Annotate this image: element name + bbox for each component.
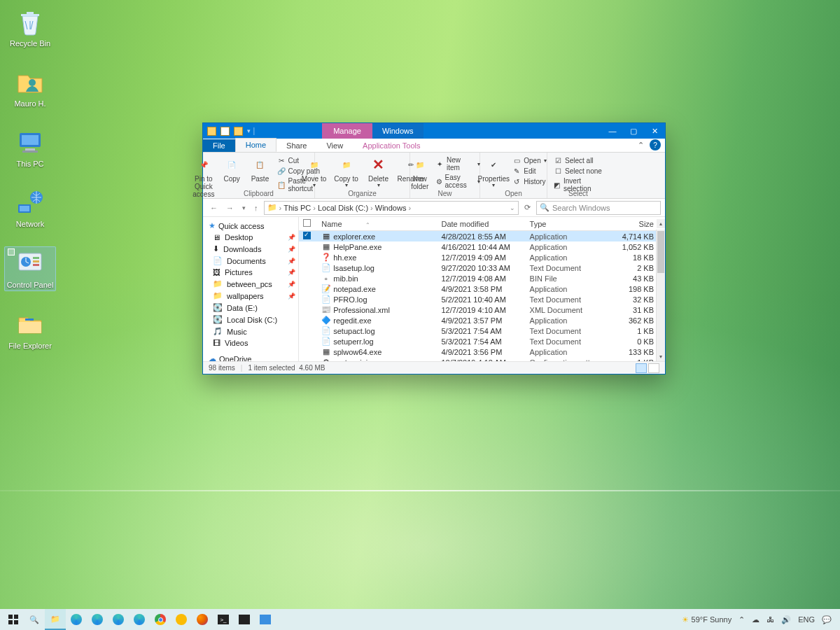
desktop-icon-this-pc[interactable]: This PC — [4, 127, 56, 168]
close-button[interactable]: ✕ — [644, 123, 665, 139]
weather-widget[interactable]: ☀ 59°F Sunny — [682, 615, 732, 624]
taskbar-cmd[interactable] — [234, 609, 255, 630]
edit-button[interactable]: ✎Edit — [510, 166, 548, 176]
vertical-scrollbar[interactable]: ▴ ▾ — [656, 230, 665, 361]
large-icons-view-button[interactable] — [648, 363, 659, 373]
select-none-button[interactable]: ☐Select none — [552, 166, 605, 176]
file-row[interactable]: 📄lsasetup.log 9/27/2020 10:33 AM Text Do… — [299, 262, 665, 273]
file-row[interactable]: 📄setupact.log 5/3/2021 7:54 AM Text Docu… — [299, 326, 665, 336]
tab-application-tools[interactable]: Application Tools — [353, 139, 430, 152]
nav-item[interactable]: 🖥Desktop📌 — [203, 232, 298, 243]
column-checkbox[interactable] — [299, 217, 317, 231]
tab-view[interactable]: View — [316, 139, 353, 152]
nav-up-button[interactable]: ↑ — [251, 204, 261, 212]
nav-item[interactable]: 🎵Music — [203, 326, 298, 337]
navigation-pane[interactable]: ★Quick access 🖥Desktop📌⬇Downloads📌📄Docum… — [203, 217, 299, 361]
nav-item[interactable]: 📄Documents📌 — [203, 255, 298, 267]
breadcrumb-segment[interactable]: Local Disk (C:) — [318, 204, 368, 212]
minimize-button[interactable]: — — [602, 123, 623, 139]
open-button[interactable]: ▭Open ▾ — [510, 155, 548, 165]
desktop-icon-network[interactable]: Network — [4, 188, 56, 228]
column-date[interactable]: Date modified — [437, 217, 525, 231]
qat-button[interactable] — [234, 127, 243, 136]
file-row[interactable]: ▦HelpPane.exe 4/16/2021 10:44 AM Applica… — [299, 241, 665, 252]
details-view-button[interactable] — [636, 363, 647, 373]
help-button[interactable]: ? — [650, 139, 661, 150]
taskbar-app[interactable] — [255, 609, 276, 630]
taskbar-terminal[interactable]: >_ — [213, 609, 234, 630]
taskbar[interactable]: 🔍 📁 >_ ☀ 59°F Sunny ⌃ ☁ 🖧 🔊 ENG 💬 — [0, 609, 840, 630]
history-button[interactable]: ↺History — [510, 176, 548, 186]
nav-item[interactable]: ⬇Downloads📌 — [203, 243, 298, 255]
start-button[interactable] — [3, 609, 24, 630]
scroll-down-button[interactable]: ▾ — [657, 352, 665, 361]
desktop-icon-user-folder[interactable]: Mauro H. — [4, 67, 56, 108]
breadcrumb-segment[interactable]: Windows — [375, 204, 407, 212]
row-checkbox[interactable] — [303, 232, 311, 239]
select-all-button[interactable]: ☑Select all — [552, 155, 605, 165]
desktop-icon-recycle-bin[interactable]: Recycle Bin — [4, 7, 56, 48]
properties-button[interactable]: ✔Properties▾ — [478, 154, 509, 189]
refresh-button[interactable]: ⟳ — [522, 203, 533, 212]
nav-back-button[interactable]: ← — [207, 204, 220, 212]
maximize-button[interactable]: ▢ — [623, 123, 644, 139]
file-row[interactable]: ❓hh.exe 12/7/2019 4:09 AM Application 18… — [299, 252, 665, 262]
taskbar-firefox[interactable] — [192, 609, 213, 630]
nav-item[interactable]: 💽Data (E:) — [203, 302, 298, 314]
nav-item[interactable]: 💽Local Disk (C:) — [203, 314, 298, 326]
tray-network-icon[interactable]: 🖧 — [766, 615, 774, 624]
file-row[interactable]: 📰Professional.xml 12/7/2019 4:10 AM XML … — [299, 304, 665, 315]
tray-onedrive-icon[interactable]: ☁ — [752, 615, 760, 624]
nav-forward-button[interactable]: → — [223, 204, 237, 212]
file-row[interactable]: 📝notepad.exe 4/9/2021 3:58 PM Applicatio… — [299, 284, 665, 294]
new-folder-button[interactable]: 📁New folder — [407, 154, 433, 190]
file-tab[interactable]: File — [203, 139, 235, 152]
desktop-icon-control-panel[interactable]: Control Panel — [4, 246, 56, 291]
taskbar-chrome-2[interactable] — [171, 609, 192, 630]
tab-home[interactable]: Home — [235, 138, 276, 152]
taskbar-file-explorer[interactable]: 📁 — [45, 609, 66, 630]
taskbar-edge[interactable] — [66, 609, 87, 630]
selection-checkbox[interactable] — [8, 248, 15, 255]
file-row[interactable]: ⚙system.ini 12/7/2019 4:12 AM Configurat… — [299, 357, 665, 361]
details-view[interactable]: Name ⌃ Date modified Type Size ▦explorer… — [299, 217, 665, 361]
tray-language[interactable]: ENG — [798, 615, 815, 624]
taskbar-edge-3[interactable] — [108, 609, 129, 630]
nav-item[interactable]: 📁between_pcs📌 — [203, 278, 298, 290]
search-input[interactable]: 🔍 Search Windows — [536, 201, 661, 215]
nav-quick-access[interactable]: ★Quick access — [203, 220, 298, 232]
new-item-button[interactable]: ✦New item ▾ — [433, 155, 482, 172]
scrollbar-thumb[interactable] — [657, 231, 664, 273]
breadcrumb-segment[interactable]: This PC — [284, 204, 311, 212]
address-dropdown[interactable]: ⌄ — [510, 204, 515, 211]
nav-item[interactable]: 🎞Videos — [203, 337, 298, 349]
file-row[interactable]: ▦splwow64.exe 4/9/2021 3:56 PM Applicati… — [299, 346, 665, 357]
file-row[interactable]: ▦explorer.exe 4/28/2021 8:55 AM Applicat… — [299, 231, 665, 242]
column-name[interactable]: Name ⌃ — [317, 217, 437, 231]
copy-to-button[interactable]: 📁Copy to▾ — [331, 154, 362, 189]
qat-overflow[interactable]: ▾ │ — [247, 127, 256, 134]
qat-button[interactable] — [220, 127, 230, 136]
file-row[interactable]: 📄PFRO.log 5/2/2021 10:40 AM Text Documen… — [299, 294, 665, 304]
address-bar[interactable]: 📁› This PC› Local Disk (C:)› Windows› ⌄ — [264, 201, 519, 215]
column-type[interactable]: Type — [526, 217, 612, 231]
taskbar-search-button[interactable]: 🔍 — [24, 609, 45, 630]
nav-item[interactable]: 📁wallpapers📌 — [203, 290, 298, 302]
nav-item[interactable]: 🖼Pictures📌 — [203, 267, 298, 278]
nav-recent-button[interactable]: ▾ — [239, 204, 248, 211]
easy-access-button[interactable]: ⚙Easy access ▾ — [433, 173, 482, 190]
pin-to-quick-access-button[interactable]: 📌Pin to Quick access — [190, 154, 217, 198]
taskbar-chrome[interactable] — [150, 609, 171, 630]
title-bar[interactable]: ▾ │ Manage Windows — ▢ ✕ — [203, 123, 665, 139]
file-row[interactable]: ▫mib.bin 12/7/2019 4:08 AM BIN File 43 K… — [299, 273, 665, 284]
file-row[interactable]: 🔷regedit.exe 4/9/2021 3:57 PM Applicatio… — [299, 315, 665, 326]
taskbar-edge-4[interactable] — [129, 609, 150, 630]
tab-share[interactable]: Share — [276, 139, 316, 152]
delete-button[interactable]: ✕Delete▾ — [363, 154, 394, 189]
scroll-up-button[interactable]: ▴ — [657, 219, 665, 228]
taskbar-edge-2[interactable] — [87, 609, 108, 630]
tray-notifications-icon[interactable]: 💬 — [822, 615, 832, 624]
move-to-button[interactable]: 📁Move to▾ — [299, 154, 330, 189]
copy-button[interactable]: 📄Copy — [218, 154, 245, 183]
tray-volume-icon[interactable]: 🔊 — [781, 615, 791, 624]
